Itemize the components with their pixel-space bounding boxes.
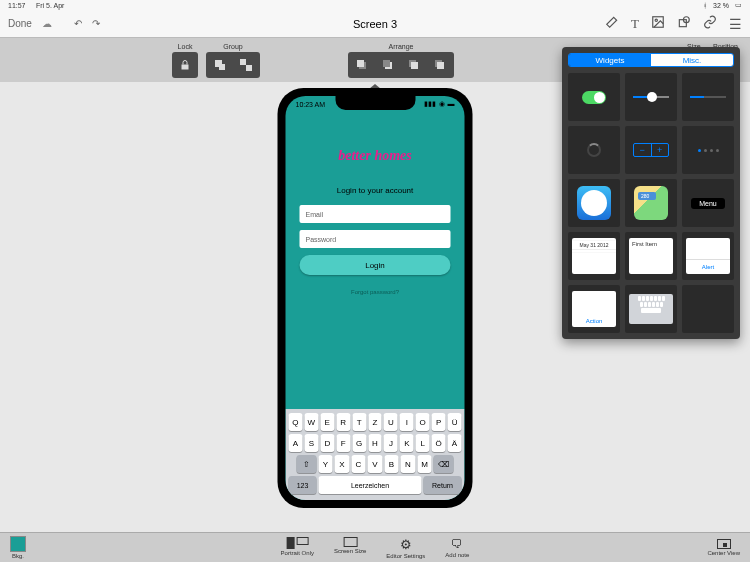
kb-space[interactable]: Leerzeichen xyxy=(319,476,422,494)
svg-rect-4 xyxy=(182,64,189,69)
kb-key[interactable]: G xyxy=(352,434,366,452)
arrange-back[interactable] xyxy=(351,55,373,75)
kb-key[interactable]: Z xyxy=(368,413,382,431)
login-button[interactable]: Login xyxy=(300,255,451,275)
menu-icon[interactable]: ☰ xyxy=(729,16,742,32)
undo-button[interactable]: ↶ xyxy=(74,18,82,29)
kb-key[interactable]: U xyxy=(384,413,398,431)
widget-maps[interactable] xyxy=(625,179,677,227)
portrait-only-button[interactable]: Portrait Only xyxy=(281,537,314,559)
kb-return[interactable]: Return xyxy=(424,476,462,494)
kb-key[interactable]: Ü xyxy=(448,413,462,431)
kb-key[interactable]: J xyxy=(384,434,398,452)
link-tool-icon[interactable] xyxy=(703,15,717,33)
widget-keyboard[interactable] xyxy=(625,285,677,333)
widget-alert[interactable]: Alert xyxy=(682,232,734,280)
group-button[interactable] xyxy=(209,55,231,75)
widget-switch[interactable] xyxy=(568,73,620,121)
kb-key[interactable]: C xyxy=(351,455,366,473)
kb-key[interactable]: T xyxy=(352,413,366,431)
done-button[interactable]: Done xyxy=(8,18,32,29)
phone-screen: 10:23 AM ▮▮▮◉▬ better homes Login to you… xyxy=(286,96,465,500)
magic-wand-icon[interactable] xyxy=(605,15,619,33)
email-field[interactable]: Email xyxy=(300,205,451,223)
tab-misc[interactable]: Misc. xyxy=(651,54,733,66)
kb-key[interactable]: F xyxy=(336,434,350,452)
phone-notch xyxy=(335,96,415,110)
kb-key[interactable]: E xyxy=(320,413,334,431)
widget-page-control[interactable] xyxy=(682,126,734,174)
note-icon xyxy=(451,537,463,551)
kb-key[interactable]: R xyxy=(336,413,350,431)
battery-icon: ▭ xyxy=(735,1,742,9)
forgot-password-link[interactable]: Forgot password? xyxy=(286,289,465,295)
screen-size-button[interactable]: Screen Size xyxy=(334,537,366,559)
svg-rect-14 xyxy=(411,62,418,69)
arrange-backward[interactable] xyxy=(377,55,399,75)
widget-action-sheet[interactable]: Action xyxy=(568,285,620,333)
kb-key[interactable]: A xyxy=(289,434,303,452)
kb-key[interactable]: Ö xyxy=(432,434,446,452)
arrange-forward[interactable] xyxy=(403,55,425,75)
kb-shift[interactable]: ⇧ xyxy=(296,455,316,473)
gear-icon xyxy=(400,537,412,552)
widget-safari[interactable] xyxy=(568,179,620,227)
lock-button[interactable] xyxy=(172,52,198,78)
kb-key[interactable]: O xyxy=(416,413,430,431)
app-title: better homes xyxy=(286,148,465,164)
kb-key[interactable]: N xyxy=(401,455,416,473)
widget-spinner[interactable] xyxy=(568,126,620,174)
kb-key[interactable]: M xyxy=(417,455,432,473)
widget-stepper[interactable]: −+ xyxy=(625,126,677,174)
svg-rect-7 xyxy=(240,59,246,65)
status-date: Fri 5. Apr xyxy=(36,2,64,9)
widget-slider[interactable] xyxy=(625,73,677,121)
kb-key[interactable]: I xyxy=(400,413,414,431)
kb-numeric[interactable]: 123 xyxy=(289,476,317,494)
phone-frame[interactable]: 10:23 AM ▮▮▮◉▬ better homes Login to you… xyxy=(278,88,473,508)
screen-size-icon xyxy=(343,537,357,547)
widget-table[interactable]: First Item xyxy=(625,232,677,280)
cloud-icon[interactable]: ☁ xyxy=(42,18,52,29)
kb-key[interactable]: V xyxy=(368,455,383,473)
arrange-front[interactable] xyxy=(429,55,451,75)
svg-rect-10 xyxy=(357,60,364,67)
tab-widgets[interactable]: Widgets xyxy=(569,54,651,66)
editor-settings-button[interactable]: Editor Settings xyxy=(386,537,425,559)
svg-rect-2 xyxy=(679,19,686,26)
widget-empty[interactable] xyxy=(682,285,734,333)
bkg-swatch-icon xyxy=(10,536,26,552)
image-tool-icon[interactable] xyxy=(651,15,665,33)
screen-title: Screen 3 xyxy=(353,18,397,30)
ungroup-button[interactable] xyxy=(235,55,257,75)
text-tool-icon[interactable]: T xyxy=(631,16,639,32)
kb-key[interactable]: Q xyxy=(289,413,303,431)
kb-key[interactable]: W xyxy=(304,413,318,431)
wifi-icon: ◉ xyxy=(439,100,445,108)
add-note-button[interactable]: Add note xyxy=(445,537,469,559)
kb-key[interactable]: S xyxy=(304,434,318,452)
widget-panel: Widgets Misc. −+ Menu May 31 2012 First … xyxy=(562,47,740,339)
kb-key[interactable]: B xyxy=(384,455,399,473)
center-view-button[interactable]: Center View xyxy=(707,539,740,556)
group-label: Group xyxy=(223,43,242,50)
kb-key[interactable]: Ä xyxy=(448,434,462,452)
widget-menu[interactable]: Menu xyxy=(682,179,734,227)
kb-key[interactable]: H xyxy=(368,434,382,452)
bluetooth-icon: ᚼ xyxy=(703,2,707,9)
shape-tool-icon[interactable] xyxy=(677,15,691,33)
kb-key[interactable]: Y xyxy=(318,455,333,473)
lock-label: Lock xyxy=(178,43,193,50)
password-field[interactable]: Password xyxy=(300,230,451,248)
widget-progress[interactable] xyxy=(682,73,734,121)
background-color-button[interactable]: Bkg. xyxy=(10,536,26,559)
widget-date-picker[interactable]: May 31 2012 xyxy=(568,232,620,280)
redo-button[interactable]: ↷ xyxy=(92,18,100,29)
kb-key[interactable]: D xyxy=(320,434,334,452)
kb-key[interactable]: L xyxy=(416,434,430,452)
kb-key[interactable]: P xyxy=(432,413,446,431)
kb-key[interactable]: X xyxy=(335,455,350,473)
battery-text: 32 % xyxy=(713,2,729,9)
kb-backspace[interactable]: ⌫ xyxy=(434,455,454,473)
kb-key[interactable]: K xyxy=(400,434,414,452)
